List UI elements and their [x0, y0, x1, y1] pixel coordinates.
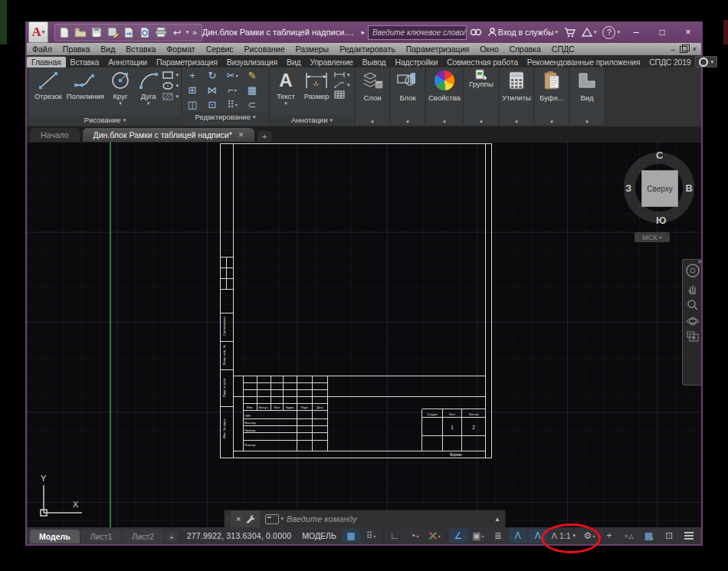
menu-view[interactable]: Вид: [95, 44, 120, 54]
command-history-toggle[interactable]: ▲: [494, 516, 500, 523]
tab-parametric[interactable]: Параметризация: [152, 57, 222, 67]
text-button[interactable]: A Текст ▾: [272, 69, 300, 115]
layout-tab-list1[interactable]: Лист1: [81, 530, 122, 543]
arc-button[interactable]: Дуга ▾: [136, 69, 162, 115]
tab-insert[interactable]: Вставка: [66, 57, 104, 67]
drawing-canvas[interactable]: Согласовано Взам. инв. № Подп. и дата Ин…: [27, 142, 701, 527]
polyline-button[interactable]: Полилиния: [66, 69, 106, 115]
circle-button[interactable]: Круг ▾: [106, 69, 135, 115]
layout-tab-model[interactable]: Модель: [30, 530, 80, 543]
command-grip-handle[interactable]: ⋮: [225, 515, 231, 523]
file-tab-close-icon[interactable]: ✕: [238, 131, 244, 139]
rotate-button[interactable]: ↻: [208, 70, 217, 81]
etransmit-button[interactable]: [122, 25, 136, 40]
panel-properties[interactable]: Свойства ▾: [426, 67, 463, 125]
tab-addins[interactable]: Надстройки: [391, 57, 443, 67]
osnap-2d-toggle[interactable]: ▣▾: [469, 529, 487, 543]
viewcube-north[interactable]: С: [656, 149, 663, 161]
search-flyout-icon[interactable]: ▸: [362, 28, 366, 36]
array-button[interactable]: ⠿▾: [227, 99, 238, 110]
hatch-button[interactable]: ▾: [162, 92, 179, 101]
erase-button[interactable]: ✎: [248, 70, 257, 81]
trim-button[interactable]: ✂▾: [227, 70, 238, 81]
nav-wheel-icon[interactable]: [684, 262, 701, 279]
print-button[interactable]: [154, 25, 169, 40]
navigation-bar[interactable]: ✕: [682, 259, 701, 386]
app-store-button[interactable]: [564, 28, 576, 38]
panel-annotation-label[interactable]: Аннотации▾: [270, 115, 354, 125]
snap-toggle[interactable]: ⠿▾: [362, 529, 380, 543]
leader-button[interactable]: ▾: [333, 80, 350, 89]
menu-parametric[interactable]: Параметризация: [401, 44, 475, 54]
command-line[interactable]: ⋮ × ▾ Введите команду ▲: [224, 510, 506, 527]
showmotion-icon[interactable]: [687, 331, 699, 342]
new-file-button[interactable]: [57, 25, 72, 40]
workspace-switcher[interactable]: ⚙▾: [580, 529, 598, 543]
dimension-button[interactable]: Размер: [300, 69, 333, 115]
scale-button[interactable]: ⊡: [208, 99, 217, 110]
command-prompt-caret[interactable]: ▾: [280, 516, 284, 522]
offset-button[interactable]: ⊂: [248, 99, 257, 110]
qat-expand-button[interactable]: »: [190, 28, 199, 37]
polar-tracking-toggle[interactable]: ◔▾: [405, 529, 424, 543]
annotation-autoscale-toggle[interactable]: Λ: [529, 529, 547, 543]
minimize-button[interactable]: –: [623, 21, 649, 43]
viewcube-south[interactable]: Ю: [656, 215, 666, 226]
menu-spds[interactable]: СПДС: [546, 44, 580, 54]
ribbon-state-button[interactable]: ▾: [695, 56, 717, 67]
app-menu-button[interactable]: A▾: [28, 21, 48, 43]
signin-button[interactable]: Вход в службы ▾: [488, 28, 558, 37]
copy-button[interactable]: ⊞: [189, 84, 197, 96]
doc-close-button[interactable]: ×: [692, 45, 697, 54]
command-prompt-icon[interactable]: [265, 514, 279, 524]
dim-style-button[interactable]: ▾: [333, 71, 350, 79]
plot-preview-button[interactable]: [138, 25, 152, 40]
viewcube[interactable]: С Ю З В Сверху: [624, 153, 694, 223]
menu-dimension[interactable]: Размеры: [290, 44, 335, 54]
menu-window[interactable]: Окно: [474, 44, 503, 54]
menu-format[interactable]: Формат: [161, 44, 200, 54]
osnap-toggle[interactable]: ∠: [449, 529, 467, 543]
lineweight-toggle[interactable]: ≣: [489, 529, 507, 543]
orbit-icon[interactable]: [686, 315, 700, 327]
menu-modify[interactable]: Редактировать: [334, 44, 401, 54]
a360-button[interactable]: ▾: [582, 28, 597, 37]
isodraft-toggle[interactable]: ▾: [425, 529, 444, 543]
viewcube-east[interactable]: В: [686, 182, 693, 194]
rectangle-button[interactable]: ▾: [162, 71, 179, 80]
file-tab-active[interactable]: Дин.блок Рамки с таблицей надписи*✕: [83, 128, 255, 142]
space-indicator[interactable]: МОДЕЛЬ: [297, 531, 341, 540]
command-wrench-icon[interactable]: [245, 514, 254, 523]
panel-clipboard[interactable]: Буфе... ▾: [535, 67, 569, 125]
clean-screen-button[interactable]: ⊡: [660, 529, 678, 543]
tab-spds2019[interactable]: СПДС 2019: [644, 57, 695, 67]
mirror-button[interactable]: ⋈: [208, 84, 218, 96]
help-search-input[interactable]: Введите ключевое слово/фразу: [368, 25, 467, 40]
layout-tab-list2[interactable]: Лист2: [123, 530, 163, 543]
undo-button[interactable]: ↩: [170, 25, 185, 40]
doc-minimize-button[interactable]: –: [671, 45, 676, 54]
menu-tools[interactable]: Сервис: [201, 44, 239, 54]
fillet-button[interactable]: ⌐▾: [228, 84, 237, 96]
help-button[interactable]: ?▾: [602, 26, 620, 39]
zoom-icon[interactable]: [687, 299, 699, 311]
crosshair-toggle[interactable]: +: [600, 529, 618, 543]
isolate-objects-button[interactable]: ▫△: [620, 529, 638, 543]
search-button[interactable]: [470, 28, 482, 37]
table-button[interactable]: [333, 90, 350, 99]
panel-layers[interactable]: Слои ▾: [356, 67, 389, 125]
pan-hand-icon[interactable]: [687, 283, 699, 295]
new-layout-button[interactable]: +: [166, 532, 178, 543]
panel-groups[interactable]: Группы ▾: [464, 67, 498, 125]
grid-toggle[interactable]: ▦: [342, 529, 360, 543]
annotation-scale-button[interactable]: Λ 1:1 ▾: [548, 529, 579, 543]
tab-home[interactable]: Главная: [27, 57, 66, 67]
line-button[interactable]: Отрезок: [31, 69, 65, 115]
undo-dropdown[interactable]: ▾: [186, 29, 189, 35]
panel-block[interactable]: Блок ▾: [391, 67, 425, 125]
tab-output[interactable]: Вывод: [358, 57, 391, 67]
open-file-button[interactable]: [74, 25, 88, 40]
ortho-toggle[interactable]: ∟: [385, 529, 404, 543]
command-close-icon[interactable]: ×: [236, 514, 241, 523]
panel-modify-label[interactable]: Редактирование▾: [182, 112, 268, 122]
